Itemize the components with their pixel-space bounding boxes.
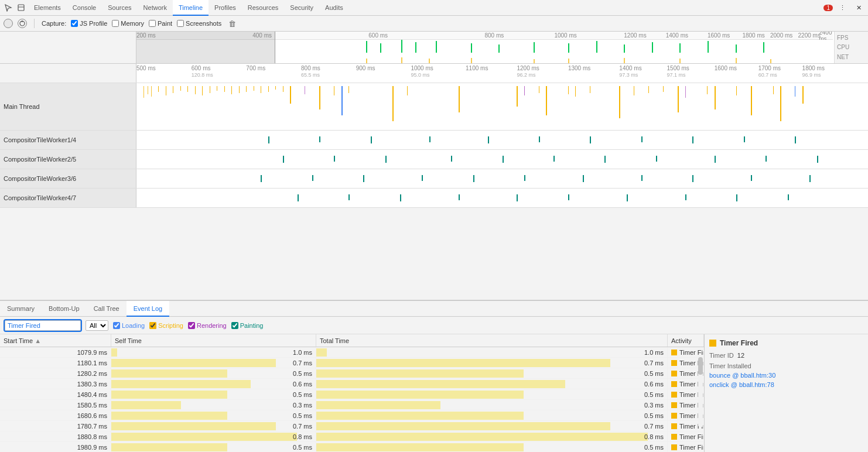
- timer-id-key: Timer ID: [709, 352, 734, 359]
- compositor4-content[interactable]: [136, 189, 868, 207]
- overview-right[interactable]: 200 ms 400 ms 600 ms 800 ms 1000 ms 1200…: [136, 32, 868, 63]
- time-mark-1500: 1500 ms: [667, 65, 689, 71]
- rendering-checkbox[interactable]: [188, 322, 195, 329]
- tab-event-log[interactable]: Event Log: [127, 301, 170, 317]
- cell-self-4: 0.5 ms: [111, 389, 316, 399]
- cell-activity-0: Timer Fired bball....: [668, 347, 704, 357]
- tab-resources[interactable]: Resources: [242, 0, 285, 16]
- table-row[interactable]: 1480.4 ms 0.5 ms 0.5 ms Timer Fired bbal…: [0, 389, 704, 400]
- screenshots-checkbox[interactable]: Screenshots: [177, 20, 221, 27]
- event-table-container: Start Time ▲ Self Time Total Time Activi…: [0, 334, 868, 452]
- cell-self-1: 0.7 ms: [111, 358, 316, 368]
- table-body: 1079.9 ms 1.0 ms 1.0 ms Timer Fired bbal…: [0, 347, 704, 452]
- compositor1-content[interactable]: [136, 131, 868, 149]
- compositor2-content[interactable]: [136, 150, 868, 169]
- tab-console[interactable]: Console: [67, 0, 102, 16]
- box-icon[interactable]: [15, 2, 27, 13]
- thread-area: Main Thread: [0, 83, 868, 300]
- clear-button[interactable]: 🗑: [228, 19, 236, 28]
- header-total-time[interactable]: Total Time: [316, 334, 668, 347]
- main-thread-label: Main Thread: [0, 83, 136, 130]
- time-mark-700: 700 ms: [246, 65, 265, 71]
- activity-color-6: [671, 413, 677, 419]
- tab-network[interactable]: Network: [138, 0, 173, 16]
- cell-start-7: 1780.7 ms: [0, 421, 111, 431]
- record-button[interactable]: [4, 19, 13, 28]
- more-icon[interactable]: ⋮: [836, 2, 848, 13]
- cursor-icon[interactable]: [2, 2, 14, 13]
- tab-elements[interactable]: Elements: [28, 0, 67, 16]
- cell-start-8: 1880.8 ms: [0, 432, 111, 441]
- cell-start-4: 1480.4 ms: [0, 389, 111, 399]
- timeline-overview: 200 ms 400 ms 600 ms 800 ms 1000 ms 1200…: [0, 32, 868, 64]
- tab-profiles[interactable]: Profiles: [209, 0, 242, 16]
- activity-color-8: [671, 434, 677, 440]
- paint-checkbox[interactable]: Paint: [149, 20, 172, 27]
- onclick-link[interactable]: onclick @ bball.htm:78: [709, 381, 774, 388]
- cell-self-9: 0.5 ms: [111, 442, 316, 452]
- loading-checkbox[interactable]: [113, 322, 120, 329]
- js-profile-input[interactable]: [71, 20, 78, 27]
- time-mark-800: 800 ms: [301, 65, 320, 71]
- js-profile-checkbox[interactable]: JS Profile: [71, 20, 107, 27]
- rendering-filter[interactable]: Rendering: [188, 322, 227, 329]
- scripting-filter[interactable]: Scripting: [149, 322, 183, 329]
- time-mark-1400: 1400 ms: [619, 65, 641, 71]
- error-badge: 1: [823, 5, 833, 11]
- filter-select[interactable]: All: [86, 320, 108, 331]
- loading-filter[interactable]: Loading: [113, 322, 145, 329]
- painting-checkbox[interactable]: [231, 322, 238, 329]
- activity-color-3: [671, 381, 677, 387]
- cell-start-6: 1680.6 ms: [0, 410, 111, 420]
- scripting-checkbox[interactable]: [149, 322, 156, 329]
- activity-color-5: [671, 402, 677, 408]
- compositor2-row: CompositorTileWorker2/5: [0, 150, 868, 169]
- cell-activity-9: Timer Fired bball....: [668, 442, 704, 452]
- memory-input[interactable]: [112, 20, 119, 27]
- tab-summary[interactable]: Summary: [0, 301, 42, 317]
- tab-sources[interactable]: Sources: [102, 0, 137, 16]
- compositor3-content[interactable]: [136, 169, 868, 188]
- time-mark-900: 900 ms: [356, 65, 375, 71]
- table-row[interactable]: 1880.8 ms 0.8 ms 0.8 ms Timer Fired bbal…: [0, 432, 704, 442]
- cell-self-3: 0.6 ms: [111, 379, 316, 389]
- main-thread-content[interactable]: [136, 83, 868, 130]
- table-row[interactable]: 1180.1 ms 0.7 ms 0.7 ms Timer Fired bbal…: [0, 358, 704, 368]
- table-row[interactable]: 1780.7 ms 0.7 ms 0.7 ms Timer Fired bbal…: [0, 421, 704, 432]
- paint-input[interactable]: [149, 20, 156, 27]
- time-mark-1600: 1600 ms: [715, 65, 737, 71]
- header-self-time[interactable]: Self Time: [111, 334, 316, 347]
- memory-checkbox[interactable]: Memory: [112, 20, 144, 27]
- time-mark-sub-1500: 97.1 ms: [667, 72, 686, 78]
- time-ruler-spacer: [0, 64, 136, 83]
- bounce-link[interactable]: bounce @ bball.htm:30: [709, 372, 775, 379]
- table-row[interactable]: 1680.6 ms 0.5 ms 0.5 ms Timer Fired bbal…: [0, 410, 704, 421]
- table-row[interactable]: 1980.9 ms 0.5 ms 0.5 ms Timer Fired bbal…: [0, 442, 704, 452]
- tab-audits[interactable]: Audits: [319, 0, 349, 16]
- tab-bottom-up[interactable]: Bottom-Up: [42, 301, 87, 317]
- close-icon[interactable]: ✕: [853, 2, 864, 13]
- tab-call-tree[interactable]: Call Tree: [87, 301, 127, 317]
- screenshots-input[interactable]: [177, 20, 184, 27]
- cell-self-0: 1.0 ms: [111, 347, 316, 357]
- timer-id-row: Timer ID 12: [709, 352, 863, 359]
- table-row[interactable]: 1280.2 ms 0.5 ms 0.5 ms Timer Fired bbal…: [0, 368, 704, 379]
- refresh-button[interactable]: [18, 19, 27, 28]
- filter-input[interactable]: [5, 320, 81, 331]
- time-mark-sub-600: 120.8 ms: [192, 72, 213, 78]
- table-row[interactable]: 1079.9 ms 1.0 ms 1.0 ms Timer Fired bbal…: [0, 347, 704, 358]
- compositor1-label: CompositorTileWorker1/4: [0, 131, 136, 149]
- top-nav: Elements Console Sources Network Timelin…: [0, 0, 868, 16]
- activity-name-9: Timer Fired: [679, 444, 704, 451]
- cell-start-1: 1180.1 ms: [0, 358, 111, 368]
- cell-total-9: 0.5 ms: [316, 442, 668, 452]
- tab-security[interactable]: Security: [284, 0, 319, 16]
- tab-timeline[interactable]: Timeline: [173, 0, 209, 16]
- table-row[interactable]: 1580.5 ms 0.3 ms 0.3 ms Timer Fired bbal…: [0, 400, 704, 410]
- header-start-time[interactable]: Start Time ▲: [0, 334, 111, 347]
- cell-total-2: 0.5 ms: [316, 368, 668, 378]
- time-ruler: 500 ms 600 ms 120.8 ms 700 ms 800 ms 65.…: [0, 64, 868, 83]
- header-activity[interactable]: Activity: [668, 334, 704, 347]
- table-row[interactable]: 1380.3 ms 0.6 ms 0.6 ms Timer Fired bbal…: [0, 379, 704, 389]
- painting-filter[interactable]: Painting: [231, 322, 264, 329]
